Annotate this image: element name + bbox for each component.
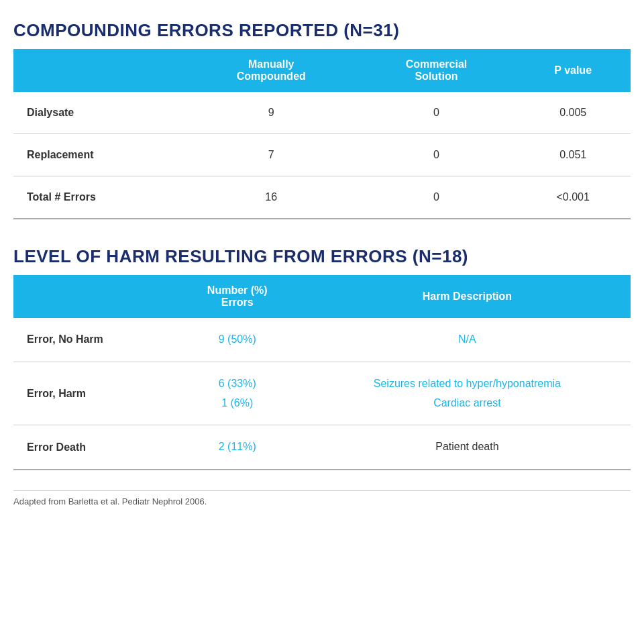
table1-header-row: ManuallyCompounded CommercialSolution P … xyxy=(13,49,631,92)
error-value: 9 (50%) xyxy=(184,330,290,350)
table2-col-errors: Number (%)Errors xyxy=(171,275,304,318)
table-row: Replacement 7 0 0.051 xyxy=(13,134,631,176)
harm-description: Seizures related to hyper/hyponatremia xyxy=(317,374,617,394)
table1-col-pvalue: P value xyxy=(515,49,631,92)
compounding-errors-table: ManuallyCompounded CommercialSolution P … xyxy=(13,49,631,219)
row-harm: Patient death xyxy=(304,425,631,470)
table2-col-label xyxy=(13,275,171,318)
harm-level-table: Number (%)Errors Harm Description Error,… xyxy=(13,275,631,470)
error-value: 1 (6%) xyxy=(184,394,290,413)
table1-col-label xyxy=(13,49,185,92)
row-label: Total # Errors xyxy=(13,176,185,219)
row-commercial: 0 xyxy=(358,134,516,176)
error-value: 2 (11%) xyxy=(184,437,290,457)
row-label: Error Death xyxy=(13,425,171,470)
row-label: Error, Harm xyxy=(13,362,171,425)
row-pvalue: 0.051 xyxy=(515,134,631,176)
table2-header-row: Number (%)Errors Harm Description xyxy=(13,275,631,318)
row-pvalue: <0.001 xyxy=(515,176,631,219)
row-errors: 9 (50%) xyxy=(171,318,304,362)
error-value: 6 (33%) xyxy=(184,374,290,394)
row-manually: 9 xyxy=(185,92,357,134)
row-label: Replacement xyxy=(13,134,185,176)
row-manually: 7 xyxy=(185,134,357,176)
footnote: Adapted from Barletta et al. Pediatr Nep… xyxy=(13,490,631,506)
table-row: Dialysate 9 0 0.005 xyxy=(13,92,631,134)
row-errors: 6 (33%)1 (6%) xyxy=(171,362,304,425)
table2-col-harm: Harm Description xyxy=(304,275,631,318)
table-row: Error, Harm 6 (33%)1 (6%) Seizures relat… xyxy=(13,362,631,425)
row-harm: N/A xyxy=(304,318,631,362)
table2-title: LEVEL OF HARM RESULTING FROM ERRORS (N=1… xyxy=(13,246,631,267)
table-row: Total # Errors 16 0 <0.001 xyxy=(13,176,631,219)
row-commercial: 0 xyxy=(358,176,516,219)
row-pvalue: 0.005 xyxy=(515,92,631,134)
table1-title: COMPOUNDING ERRORS REPORTED (N=31) xyxy=(13,20,631,41)
row-errors: 2 (11%) xyxy=(171,425,304,470)
row-label: Error, No Harm xyxy=(13,318,171,362)
harm-description: Cardiac arrest xyxy=(317,394,617,413)
row-manually: 16 xyxy=(185,176,357,219)
row-harm: Seizures related to hyper/hyponatremiaCa… xyxy=(304,362,631,425)
table-row: Error, No Harm 9 (50%) N/A xyxy=(13,318,631,362)
harm-description: Patient death xyxy=(317,437,617,457)
harm-description: N/A xyxy=(317,330,617,350)
table-row: Error Death 2 (11%) Patient death xyxy=(13,425,631,470)
table1-col-manually: ManuallyCompounded xyxy=(185,49,357,92)
row-commercial: 0 xyxy=(358,92,516,134)
table1-col-commercial: CommercialSolution xyxy=(358,49,516,92)
row-label: Dialysate xyxy=(13,92,185,134)
